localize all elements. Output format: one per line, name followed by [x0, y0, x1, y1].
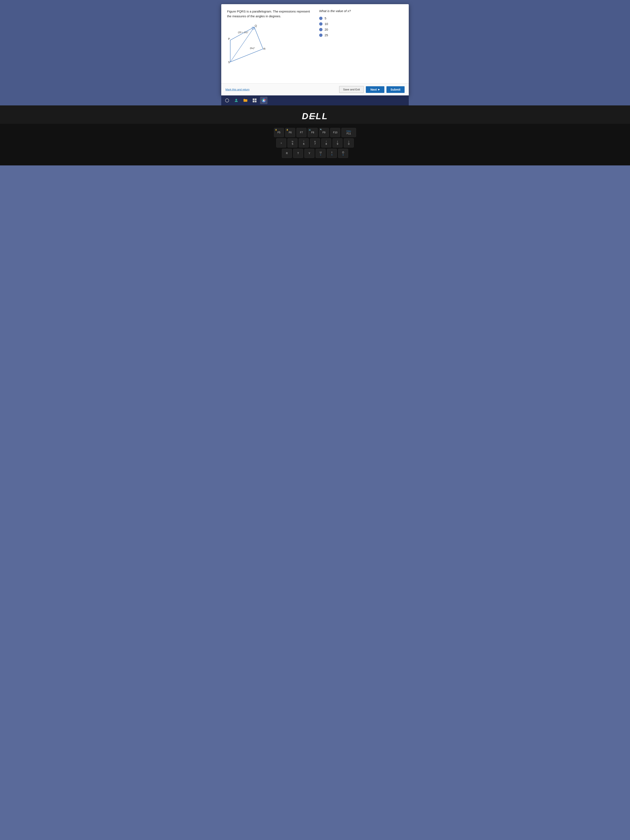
taskbar-folder-icon[interactable] [242, 97, 249, 104]
mark-return-link[interactable]: Mark this and return [226, 88, 249, 91]
key-f6[interactable]: 🔒 F6 [285, 128, 295, 137]
dell-logo: DELL [0, 111, 630, 121]
keyboard-area: 🔒 F5 🔒 F6 F7 📺 F8 🔍 F9 F10 PrtScr F11 x [0, 124, 630, 166]
quiz-window: Figure PQRS is a parallelogram. The expr… [221, 4, 409, 95]
key-f11[interactable]: PrtScr F11 [341, 128, 356, 137]
radio-10 [319, 22, 322, 25]
svg-rect-14 [255, 101, 256, 102]
taskbar-apps-icon[interactable] [251, 97, 258, 104]
footer-buttons: Save and Exit Next Submit [339, 86, 404, 93]
key-f10[interactable]: F10 [330, 128, 340, 137]
answer-options: 5 10 20 25 [319, 16, 403, 37]
key-6[interactable]: ^ 6 [299, 138, 309, 147]
svg-rect-11 [253, 98, 254, 100]
key-u[interactable]: U 4 [316, 149, 325, 158]
key-7[interactable]: & 7 [310, 138, 320, 147]
save-exit-button[interactable]: Save and Exit [339, 86, 364, 93]
svg-text:(20 + 2x)°: (20 + 2x)° [238, 31, 248, 33]
option-10[interactable]: 10 [319, 22, 403, 25]
answer-question: What is the value of x? [319, 9, 403, 13]
key-t[interactable]: T [293, 149, 303, 158]
key-y[interactable]: Y [305, 149, 314, 158]
svg-point-9 [226, 99, 229, 102]
svg-rect-13 [253, 101, 254, 102]
option-20-label: 20 [325, 28, 328, 31]
function-key-row: 🔒 F5 🔒 F6 F7 📺 F8 🔍 F9 F10 PrtScr F11 [6, 128, 624, 137]
key-f9[interactable]: 🔍 F9 [319, 128, 329, 137]
radio-20 [319, 28, 322, 31]
right-panel: What is the value of x? 5 10 20 [315, 9, 403, 78]
radio-25 [319, 33, 322, 37]
number-row: x % 5 ^ 6 & 7 * 8 ( 9 ) 0 [6, 138, 624, 147]
option-25-label: 25 [325, 33, 328, 37]
svg-text:Q: Q [255, 24, 257, 27]
svg-point-18 [263, 100, 264, 101]
key-f7[interactable]: F7 [297, 128, 306, 137]
key-9[interactable]: ( 9 [333, 138, 343, 147]
key-x[interactable]: x [276, 138, 286, 147]
dell-area: DELL [0, 106, 630, 124]
dell-logo-text: D [302, 111, 309, 121]
taskbar [221, 95, 409, 106]
svg-text:(6x)°: (6x)° [250, 47, 255, 49]
svg-point-10 [235, 99, 237, 100]
option-25[interactable]: 25 [319, 33, 403, 37]
key-8[interactable]: * 8 [321, 138, 331, 147]
key-0[interactable]: ) 0 [344, 138, 354, 147]
key-r[interactable]: R [282, 149, 292, 158]
letter-row: R T Y U 4 I 5 O 6 [6, 149, 624, 158]
svg-text:R: R [263, 47, 265, 51]
key-f8[interactable]: 📺 F8 [308, 128, 318, 137]
next-button[interactable]: Next [366, 86, 384, 93]
left-panel: Figure PQRS is a parallelogram. The expr… [227, 9, 315, 78]
dell-logo-strikethrough: E [309, 111, 316, 121]
taskbar-chrome-icon[interactable] [260, 97, 267, 104]
key-i[interactable]: I 5 [327, 149, 337, 158]
option-5[interactable]: 5 [319, 16, 403, 20]
taskbar-power-icon[interactable] [223, 97, 231, 104]
option-10-label: 10 [325, 22, 328, 25]
radio-5 [319, 17, 322, 20]
svg-text:P: P [228, 37, 230, 40]
key-o[interactable]: O 6 [338, 149, 348, 158]
taskbar-user-icon[interactable] [232, 97, 240, 104]
key-5[interactable]: % 5 [287, 138, 297, 147]
question-text: Figure PQRS is a parallelogram. The expr… [227, 9, 311, 19]
svg-rect-12 [255, 98, 256, 100]
key-f5[interactable]: 🔒 F5 [274, 128, 284, 137]
diagram-container: Q P R S (20 + 2x)° (6x)° [227, 23, 277, 68]
submit-button[interactable]: Submit [387, 86, 404, 93]
option-5-label: 5 [325, 16, 326, 20]
svg-text:S: S [228, 61, 230, 64]
quiz-footer: Mark this and return Save and Exit Next … [221, 83, 409, 95]
option-20[interactable]: 20 [319, 28, 403, 31]
